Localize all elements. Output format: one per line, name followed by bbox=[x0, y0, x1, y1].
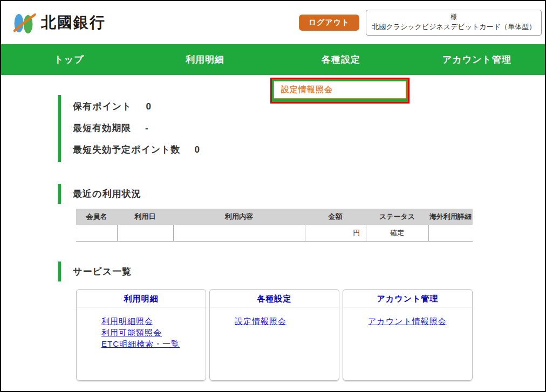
nav-item-settings[interactable]: 各種設定 bbox=[273, 53, 409, 66]
recent-usage-title: 最近の利用状況 bbox=[58, 184, 545, 204]
cell-status: 確定 bbox=[366, 225, 428, 241]
link-account-info-inquiry[interactable]: アカウント情報照会 bbox=[368, 315, 467, 327]
point-value: - bbox=[145, 123, 149, 133]
point-row-expiring-count: 最短失効予定ポイント数0 bbox=[73, 139, 545, 161]
nav-bar: トップ 利用明細 各種設定 アカウント管理 bbox=[1, 44, 545, 75]
service-card-account-management: アカウント管理 アカウント情報照会 bbox=[343, 289, 473, 381]
point-label: 最短失効予定ポイント数 bbox=[73, 145, 181, 155]
link-settings-info-inquiry[interactable]: 設定情報照会 bbox=[235, 315, 333, 327]
dropdown-item-settings-inquiry[interactable]: 設定情報照会 bbox=[274, 81, 406, 99]
point-row-expiry-date: 最短有効期限- bbox=[73, 118, 545, 139]
card-body: アカウント情報照会 bbox=[343, 307, 472, 327]
points-section: 保有ポイント0 最短有効期限- 最短失効予定ポイント数0 bbox=[58, 95, 545, 162]
card-body: 利用明細照会 利用可能額照会 ETC明細検索・一覧 bbox=[77, 307, 206, 349]
user-honorific: 様 bbox=[372, 12, 536, 22]
nav-item-account-management[interactable]: アカウント管理 bbox=[409, 53, 545, 66]
service-card-settings: 各種設定 設定情報照会 bbox=[209, 289, 339, 381]
card-name: 北國クラシックビジネスデビットカード（単体型） bbox=[372, 22, 536, 32]
point-value: 0 bbox=[146, 101, 152, 112]
user-card-box: 様 北國クラシックビジネスデビットカード（単体型） bbox=[366, 10, 542, 36]
usage-table-header-row: 会員名 利用日 利用内容 金額 ステータス 海外利用詳細 bbox=[76, 209, 473, 225]
column-header-description: 利用内容 bbox=[173, 209, 305, 225]
point-label: 最短有効期限 bbox=[73, 123, 131, 133]
service-card-usage-details: 利用明細 利用明細照会 利用可能額照会 ETC明細検索・一覧 bbox=[76, 289, 206, 381]
usage-table-row: 円 確定 bbox=[76, 225, 473, 241]
dropdown-item-label: 設定情報照会 bbox=[281, 85, 333, 94]
settings-dropdown-menu: 設定情報照会 bbox=[272, 79, 408, 102]
usage-table: 会員名 利用日 利用内容 金額 ステータス 海外利用詳細 円 確定 bbox=[76, 209, 473, 242]
services-title: サービス一覧 bbox=[58, 262, 545, 281]
cell-date bbox=[117, 225, 173, 241]
header: 北國銀行 ログアウト 様 北國クラシックビジネスデビットカード（単体型） bbox=[1, 1, 545, 44]
link-etc-details-search[interactable]: ETC明細検索・一覧 bbox=[101, 338, 200, 349]
card-title: アカウント管理 bbox=[343, 290, 472, 307]
cell-member bbox=[76, 225, 117, 241]
bank-logo-icon bbox=[13, 10, 36, 35]
annotation-highlight-box: 設定情報照会 bbox=[270, 78, 410, 104]
column-header-date: 利用日 bbox=[117, 209, 173, 225]
link-usage-details-inquiry[interactable]: 利用明細照会 bbox=[101, 315, 200, 327]
nav-item-usage-details[interactable]: 利用明細 bbox=[137, 53, 273, 66]
column-header-amount: 金額 bbox=[305, 209, 366, 225]
column-header-overseas: 海外利用詳細 bbox=[428, 209, 473, 225]
point-label: 保有ポイント bbox=[73, 101, 132, 112]
service-cards-row: 利用明細 利用明細照会 利用可能額照会 ETC明細検索・一覧 各種設定 設定情報… bbox=[76, 289, 545, 381]
link-available-amount-inquiry[interactable]: 利用可能額照会 bbox=[101, 327, 200, 338]
column-header-status: ステータス bbox=[366, 209, 428, 225]
card-title: 各種設定 bbox=[210, 290, 339, 307]
nav-item-top[interactable]: トップ bbox=[1, 53, 137, 66]
page: { "header": { "bank_name": "北國銀行", "logo… bbox=[0, 0, 546, 392]
card-title: 利用明細 bbox=[77, 290, 206, 307]
point-value: 0 bbox=[195, 145, 200, 155]
column-header-member: 会員名 bbox=[76, 209, 117, 225]
card-body: 設定情報照会 bbox=[210, 307, 339, 327]
logout-button[interactable]: ログアウト bbox=[299, 15, 360, 31]
bank-logo: 北國銀行 bbox=[13, 10, 106, 35]
cell-description bbox=[173, 225, 305, 241]
bank-name: 北國銀行 bbox=[41, 12, 106, 33]
header-right: ログアウト 様 北國クラシックビジネスデビットカード（単体型） bbox=[299, 10, 542, 36]
cell-overseas-detail bbox=[428, 225, 473, 241]
cell-amount-unit: 円 bbox=[305, 225, 366, 241]
